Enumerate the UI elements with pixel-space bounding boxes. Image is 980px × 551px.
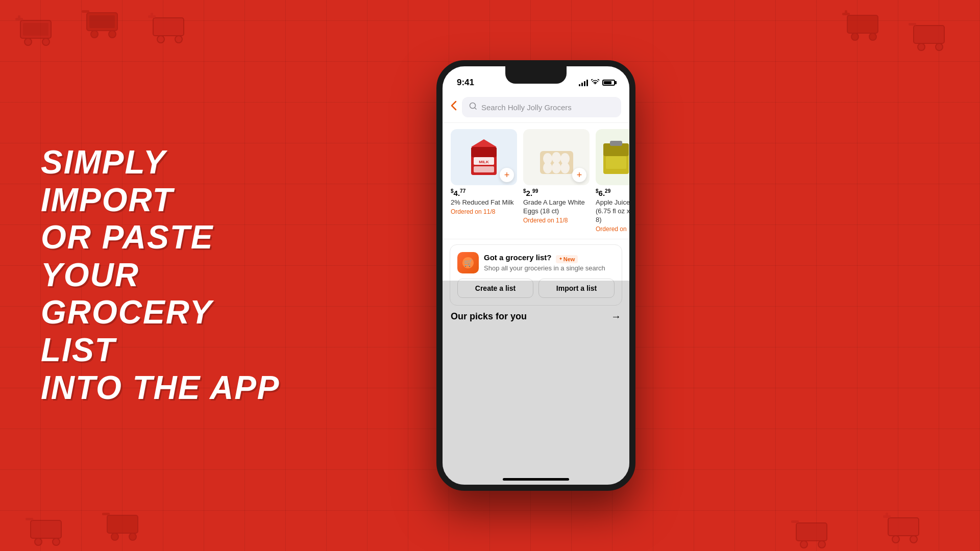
phone-screen: 9:41 xyxy=(436,60,635,491)
banner-title: Got a grocery list? New xyxy=(484,253,605,263)
home-indicator xyxy=(503,478,569,481)
promo-line-1: SIMPLY IMPORT xyxy=(41,144,286,219)
svg-rect-58 xyxy=(606,156,626,169)
svg-rect-59 xyxy=(610,141,622,146)
svg-point-26 xyxy=(35,538,42,545)
product-name-eggs: Grade A Large White Eggs (18 ct) xyxy=(523,198,590,216)
product-card-juice: $6.29 Apple Juice (6.75 fl oz x 8) Order… xyxy=(596,129,629,233)
app-content: Search Holly Jolly Grocers xyxy=(443,92,629,485)
phone-device: 9:41 xyxy=(436,60,635,491)
svg-point-55 xyxy=(560,162,570,173)
svg-point-39 xyxy=(800,541,807,548)
wifi-icon xyxy=(591,79,599,87)
svg-rect-7 xyxy=(89,15,115,28)
svg-point-3 xyxy=(42,38,50,45)
product-price-milk: $4.77 xyxy=(451,188,517,197)
promo-line-4: GROCERY LIST xyxy=(41,294,286,369)
svg-point-51 xyxy=(552,152,561,163)
promo-line-2: OR PASTE xyxy=(41,219,286,257)
svg-rect-29 xyxy=(107,515,138,533)
search-icon xyxy=(469,102,477,112)
svg-rect-16 xyxy=(914,26,944,43)
product-ordered-milk: Ordered on 11/8 xyxy=(451,208,517,215)
new-badge: New xyxy=(556,255,578,263)
promo-text: SIMPLY IMPORT OR PASTE YOUR GROCERY LIST… xyxy=(41,144,286,407)
svg-point-22 xyxy=(869,33,876,40)
svg-point-18 xyxy=(936,43,943,51)
product-image-eggs: + xyxy=(523,129,590,185)
svg-point-35 xyxy=(910,536,917,543)
svg-rect-25 xyxy=(31,520,61,538)
svg-marker-45 xyxy=(471,139,497,147)
banner-header: 🛒 Got a grocery list? New Shop all your … xyxy=(457,252,615,273)
products-section: MILK + $4.77 2% Reduced Fat Milk Ordered… xyxy=(443,123,629,239)
svg-point-31 xyxy=(129,533,136,540)
status-time: 9:41 xyxy=(457,78,474,88)
products-row: MILK + $4.77 2% Reduced Fat Milk Ordered… xyxy=(451,129,629,233)
product-card-eggs: + $2.99 Grade A Large White Eggs (18 ct)… xyxy=(523,129,590,233)
svg-text:🛒: 🛒 xyxy=(464,259,473,267)
banner-subtitle: Shop all your groceries in a single sear… xyxy=(484,264,605,272)
product-price-juice: $6.29 xyxy=(596,188,629,197)
product-name-juice: Apple Juice (6.75 fl oz x 8) xyxy=(596,198,629,224)
banner-text: Got a grocery list? New Shop all your gr… xyxy=(484,253,605,272)
svg-point-27 xyxy=(53,538,60,545)
svg-rect-32 xyxy=(102,513,110,515)
search-placeholder: Search Holly Jolly Grocers xyxy=(481,103,572,112)
promo-line-3: YOUR xyxy=(41,257,286,294)
product-name-milk: 2% Reduced Fat Milk xyxy=(451,198,517,207)
svg-rect-44 xyxy=(471,147,497,157)
svg-point-34 xyxy=(892,536,899,543)
svg-rect-1 xyxy=(23,23,48,36)
svg-rect-10 xyxy=(82,10,89,13)
svg-point-13 xyxy=(175,36,182,43)
search-bar[interactable]: Search Holly Jolly Grocers xyxy=(462,97,621,117)
svg-rect-28 xyxy=(26,518,33,520)
svg-rect-48 xyxy=(474,166,494,172)
promo-line-5: INTO THE APP xyxy=(41,369,286,407)
svg-rect-15 xyxy=(151,13,153,18)
svg-point-53 xyxy=(543,162,552,173)
svg-point-21 xyxy=(851,33,859,40)
svg-rect-20 xyxy=(847,15,878,33)
svg-point-8 xyxy=(91,31,98,38)
svg-point-2 xyxy=(24,38,32,45)
status-icons xyxy=(579,79,615,87)
svg-point-17 xyxy=(918,43,925,51)
svg-point-30 xyxy=(111,533,118,540)
svg-rect-5 xyxy=(18,15,20,20)
product-card-milk: MILK + $4.77 2% Reduced Fat Milk Ordered… xyxy=(451,129,517,233)
svg-text:MILK: MILK xyxy=(479,160,489,164)
svg-point-40 xyxy=(818,541,825,548)
signal-icon xyxy=(579,79,588,86)
phone-notch xyxy=(505,66,567,84)
bottom-sheet-overlay: Which grocery list do you want to sync? … xyxy=(443,281,629,485)
product-image-juice xyxy=(596,129,629,185)
svg-point-54 xyxy=(552,162,561,173)
product-ordered-juice: Ordered on xyxy=(596,226,629,233)
svg-rect-37 xyxy=(886,513,888,518)
svg-rect-38 xyxy=(796,523,827,541)
svg-point-9 xyxy=(109,31,116,38)
battery-icon xyxy=(602,80,615,86)
svg-rect-11 xyxy=(153,18,184,36)
svg-point-12 xyxy=(157,36,164,43)
svg-rect-41 xyxy=(791,520,799,523)
svg-rect-19 xyxy=(909,23,916,26)
back-button[interactable] xyxy=(451,101,457,114)
add-milk-button[interactable]: + xyxy=(500,168,514,182)
svg-rect-24 xyxy=(845,10,847,15)
product-ordered-eggs: Ordered on 11/8 xyxy=(523,217,590,224)
banner-icon: 🛒 xyxy=(457,252,479,273)
search-header: Search Holly Jolly Grocers xyxy=(443,92,629,123)
svg-rect-33 xyxy=(888,518,919,536)
product-price-eggs: $2.99 xyxy=(523,188,590,197)
add-eggs-button[interactable]: + xyxy=(572,168,586,182)
product-image-milk: MILK + xyxy=(451,129,517,185)
